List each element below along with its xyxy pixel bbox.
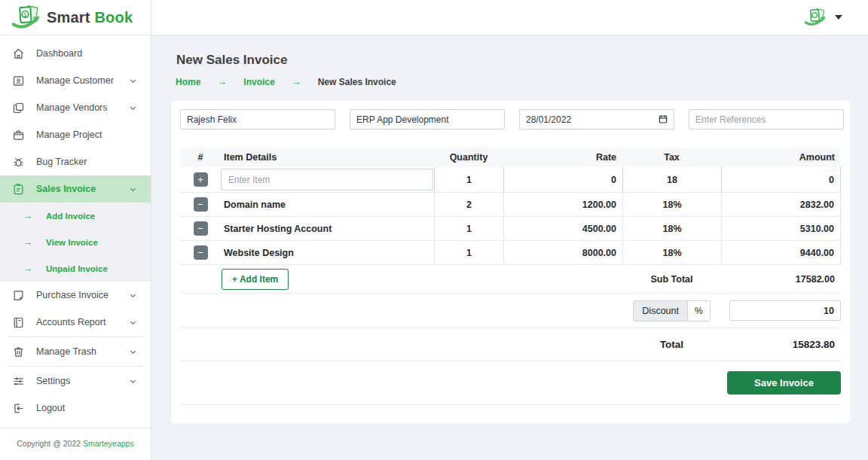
- subtotal-value: 17582.00: [721, 274, 841, 285]
- item-name: Domain name: [221, 200, 434, 210]
- brand-logo[interactable]: $ Smart Book: [0, 0, 151, 35]
- breadcrumb-current: New Sales Invoice: [318, 77, 396, 87]
- arrow-right-icon: →: [23, 210, 32, 221]
- col-number: #: [180, 152, 221, 163]
- col-rate: Rate: [503, 152, 622, 163]
- add-item-button[interactable]: + Add Item: [222, 269, 289, 290]
- smarteyeapps-link[interactable]: Smarteyeapps: [83, 439, 134, 448]
- remove-row-button[interactable]: −: [194, 221, 208, 236]
- customer-icon: [12, 74, 26, 87]
- sidebar-item-label: Purchase Invoice: [36, 290, 108, 300]
- main-area: New Sales Invoice Home → Invoice → New S…: [151, 0, 868, 460]
- sidebar-item-label: Settings: [36, 376, 70, 386]
- chevron-down-icon: [129, 377, 137, 385]
- smartbook-logo-icon: $: [12, 5, 42, 30]
- sidebar-subitem-view-invoice[interactable]: → View Invoice: [0, 229, 151, 255]
- breadcrumb-invoice[interactable]: Invoice: [243, 77, 274, 87]
- save-invoice-button[interactable]: Save Invoice: [727, 371, 841, 395]
- discount-percent-button[interactable]: %: [687, 301, 710, 321]
- user-avatar-logo-icon[interactable]: [805, 8, 827, 27]
- total-row: Total 15823.80: [180, 328, 841, 361]
- sidebar-item-label: Logout: [36, 403, 65, 413]
- sidebar-item-purchase-invoice[interactable]: Purchase Invoice: [0, 282, 151, 309]
- table-row: − Website Design 1 8000.00 18% 9440.00: [180, 241, 841, 265]
- sidebar-subitem-unpaid-invoice[interactable]: → Unpaid Invoice: [0, 255, 151, 282]
- sidebar-subitem-add-invoice[interactable]: → Add Invoice: [0, 203, 151, 229]
- item-quantity: 1: [434, 217, 503, 240]
- item-quantity: 2: [434, 193, 503, 216]
- sidebar-item-bug-tracker[interactable]: Bug Tracker: [0, 148, 151, 175]
- breadcrumb: Home → Invoice → New Sales Invoice: [176, 76, 850, 87]
- trash-icon: [12, 345, 26, 358]
- item-name-input[interactable]: [221, 169, 433, 190]
- sidebar-item-manage-trash[interactable]: Manage Trash: [0, 338, 151, 365]
- discount-row: Discount %: [180, 294, 841, 328]
- project-name-input[interactable]: [350, 109, 505, 129]
- chevron-down-icon: [129, 348, 137, 356]
- invoice-clipboard-icon: [12, 182, 26, 196]
- discount-dropdown-button[interactable]: Discount: [634, 301, 687, 321]
- item-tax: 18%: [622, 217, 721, 240]
- discount-value-input[interactable]: [729, 300, 841, 321]
- sidebar-item-label: Sales Invoice: [36, 184, 96, 194]
- purchase-note-icon: [12, 288, 26, 302]
- item-entry-row: + 1 0 18 0: [180, 167, 841, 193]
- item-amount: 9440.00: [721, 241, 841, 264]
- bug-icon: [12, 155, 26, 169]
- sidebar-item-manage-vendors[interactable]: Manage Vendors: [0, 94, 151, 121]
- subtotal-label: Sub Total: [622, 274, 721, 285]
- topbar: [151, 0, 868, 35]
- brand-name: Smart Book: [47, 9, 133, 26]
- sidebar: $ Smart Book Dashboard Manage Customer: [0, 0, 151, 460]
- sidebar-item-label: Dashboard: [36, 48, 82, 59]
- profile-dropdown-caret-icon[interactable]: [835, 15, 842, 20]
- chevron-down-icon: [129, 318, 137, 327]
- chevron-down-icon: [129, 77, 137, 85]
- sidebar-item-manage-project[interactable]: Manage Project: [0, 121, 151, 148]
- arrow-right-icon: →: [23, 236, 32, 248]
- item-quantity: 1: [434, 241, 503, 264]
- sidebar-item-manage-customer[interactable]: Manage Customer: [0, 67, 151, 94]
- sidebar-item-dashboard[interactable]: Dashboard: [0, 40, 151, 67]
- page-title: New Sales Invoice: [176, 53, 850, 68]
- tax-input-cell[interactable]: 18: [622, 167, 721, 192]
- logout-icon: [12, 401, 26, 415]
- sidebar-item-sales-invoice[interactable]: Sales Invoice: [0, 175, 151, 203]
- sidebar-subitem-label: View Invoice: [46, 238, 98, 247]
- chevron-down-icon: [129, 104, 137, 112]
- item-name: Starter Hosting Account: [221, 224, 434, 234]
- customer-name-input[interactable]: [180, 109, 335, 129]
- amount-cell: 0: [721, 167, 841, 192]
- app-window: $ Smart Book Dashboard Manage Customer: [0, 0, 868, 460]
- remove-row-button[interactable]: −: [194, 197, 208, 212]
- quantity-input-cell[interactable]: 1: [434, 167, 503, 192]
- sidebar-divider: [8, 366, 143, 367]
- chevron-down-icon: [129, 185, 137, 193]
- chevron-down-icon: [129, 291, 137, 300]
- arrow-right-icon: →: [23, 263, 32, 274]
- invoice-card: # Item Details Quantity Rate Tax Amount …: [170, 99, 851, 424]
- col-item-details: Item Details: [221, 152, 434, 163]
- item-rate: 1200.00: [503, 193, 622, 216]
- reference-input[interactable]: [689, 109, 844, 129]
- save-row: Save Invoice: [180, 361, 841, 405]
- sidebar-subitem-label: Add Invoice: [46, 212, 95, 221]
- table-row: − Domain name 2 1200.00 18% 2832.00: [180, 193, 841, 217]
- item-tax: 18%: [622, 241, 721, 264]
- invoice-fields-row: [180, 109, 841, 129]
- item-rate: 8000.00: [503, 241, 622, 264]
- sidebar-item-settings[interactable]: Settings: [0, 367, 151, 395]
- item-name: Website Design: [221, 248, 434, 258]
- sidebar-item-label: Accounts Report: [36, 317, 105, 327]
- add-row-button[interactable]: +: [194, 172, 208, 187]
- sidebar-item-accounts-report[interactable]: Accounts Report: [0, 309, 151, 336]
- briefcase-icon: [12, 128, 26, 142]
- breadcrumb-home[interactable]: Home: [176, 77, 200, 87]
- remove-row-button[interactable]: −: [194, 245, 208, 260]
- sidebar-item-label: Manage Project: [36, 129, 102, 140]
- sidebar-item-logout[interactable]: Logout: [0, 395, 151, 422]
- invoice-date-input[interactable]: [519, 109, 674, 129]
- sidebar-item-label: Bug Tracker: [36, 157, 87, 167]
- rate-input-cell[interactable]: 0: [503, 167, 622, 192]
- vendors-icon: [12, 101, 26, 114]
